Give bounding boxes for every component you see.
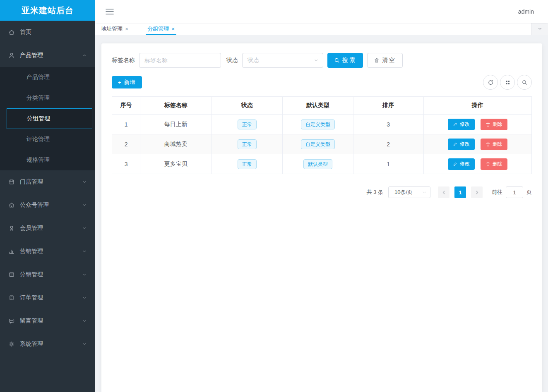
medal-icon <box>8 225 15 232</box>
chevron-down-icon <box>314 58 319 63</box>
sidebar-item-order-management[interactable]: 订单管理 <box>0 286 95 309</box>
sidebar-item-message-management[interactable]: 留言管理 <box>0 309 95 332</box>
sidebar-item-marketing-management[interactable]: 营销管理 <box>0 240 95 263</box>
chat-icon <box>8 318 15 324</box>
type-badge: 自定义类型 <box>301 120 335 129</box>
chevron-down-icon <box>422 190 427 195</box>
page-number-button[interactable]: 1 <box>454 186 466 198</box>
status-filter-select[interactable]: 状态 <box>242 53 323 68</box>
sidebar-item-system-management[interactable]: 系统管理 <box>0 332 95 356</box>
chevron-down-icon <box>82 295 87 300</box>
refresh-button[interactable] <box>483 75 498 90</box>
delete-button[interactable]: 删除 <box>481 119 507 130</box>
table-row: 3 更多宝贝 正常 默认类型 1 修改 删除 <box>112 154 532 174</box>
edit-button[interactable]: 修改 <box>448 119 475 130</box>
name-filter-label: 标签名称 <box>112 57 135 64</box>
tab-list-dropdown[interactable] <box>531 23 548 35</box>
gear-icon <box>8 341 15 347</box>
table-search-button[interactable] <box>517 75 532 90</box>
trash-icon <box>486 122 490 127</box>
header-name: 标签名称 <box>140 97 212 115</box>
chevron-down-icon <box>82 179 87 184</box>
tab-bar: 地址管理 × 分组管理 × <box>95 23 548 35</box>
total-count: 共 3 条 <box>367 189 383 196</box>
content-card: 标签名称 状态 状态 搜索 清空 <box>101 43 542 392</box>
header-status: 状态 <box>212 97 283 115</box>
add-button[interactable]: + 新增 <box>112 76 142 88</box>
clear-button[interactable]: 清空 <box>367 53 403 68</box>
table-row: 1 每日上新 正常 自定义类型 3 修改 删除 <box>112 115 532 134</box>
user-menu[interactable]: admin <box>518 8 534 15</box>
prev-page-button[interactable] <box>438 186 449 198</box>
sidebar-subitem-product[interactable]: 产品管理 <box>0 67 95 88</box>
chevron-down-icon <box>82 272 87 277</box>
filter-row: 标签名称 状态 状态 搜索 清空 <box>112 53 532 68</box>
tab-address-management[interactable]: 地址管理 × <box>95 23 134 35</box>
pagination: 共 3 条 10条/页 1 前往 页 <box>112 186 532 198</box>
close-icon[interactable]: × <box>171 26 175 32</box>
status-badge: 正常 <box>238 139 257 149</box>
app-logo: 亚米建站后台 <box>0 0 95 21</box>
trash-icon <box>374 57 380 63</box>
sidebar-item-member-management[interactable]: 会员管理 <box>0 217 95 240</box>
top-navbar: admin <box>95 0 548 23</box>
trash-icon <box>486 142 490 147</box>
close-icon[interactable]: × <box>125 26 128 32</box>
refresh-icon <box>488 79 494 86</box>
sidebar-item-store-management[interactable]: 门店管理 <box>0 170 95 194</box>
sidebar-subitem-category[interactable]: 分类管理 <box>0 88 95 108</box>
sidebar-subitem-group[interactable]: 分组管理 <box>7 108 92 129</box>
grid-icon <box>505 80 510 85</box>
document-icon <box>8 294 15 301</box>
delete-button[interactable]: 删除 <box>481 158 507 170</box>
table-row: 2 商城热卖 正常 自定义类型 2 修改 删除 <box>112 134 532 154</box>
column-settings-button[interactable] <box>500 75 515 90</box>
sidebar-item-home[interactable]: 首页 <box>0 21 95 44</box>
house-icon <box>8 202 15 208</box>
sidebar-item-label: 产品管理 <box>20 52 43 59</box>
delete-button[interactable]: 删除 <box>481 139 507 150</box>
next-page-button[interactable] <box>471 186 483 198</box>
tab-group-management[interactable]: 分组管理 × <box>142 23 180 35</box>
table-tools <box>483 75 532 90</box>
pencil-icon <box>453 162 458 167</box>
sidebar-item-official-account[interactable]: 公众号管理 <box>0 194 95 217</box>
search-icon <box>334 57 340 63</box>
board-icon <box>8 271 15 278</box>
name-filter-input[interactable] <box>139 53 221 68</box>
main-content: 标签名称 状态 状态 搜索 清空 <box>95 35 548 392</box>
hamburger-menu-icon[interactable] <box>103 6 117 17</box>
sidebar-subitem-spec[interactable]: 规格管理 <box>0 150 95 170</box>
header-actions: 操作 <box>423 97 531 115</box>
chevron-down-icon <box>82 203 87 208</box>
data-table: 序号 标签名称 状态 默认类型 排序 操作 1 每日上新 正常 自定义类型 3 <box>112 96 532 174</box>
table-header-row: 序号 标签名称 状态 默认类型 排序 操作 <box>112 97 532 115</box>
chevron-down-icon <box>82 342 87 347</box>
sidebar: 亚米建站后台 首页 产品管理 产品管理 分类管理 分组管理 评论管理 规格管理 <box>0 0 95 392</box>
type-badge: 自定义类型 <box>301 139 335 149</box>
pencil-icon <box>453 122 458 127</box>
pencil-icon <box>453 142 458 147</box>
goto-page-input[interactable] <box>506 186 523 198</box>
sidebar-item-label: 首页 <box>20 29 31 36</box>
sidebar-subitem-comment[interactable]: 评论管理 <box>0 129 95 150</box>
sidebar-item-product-management[interactable]: 产品管理 <box>0 44 95 67</box>
chevron-down-icon <box>82 226 87 231</box>
chevron-right-icon <box>475 190 479 195</box>
search-button[interactable]: 搜索 <box>327 53 363 68</box>
trash-icon <box>486 162 490 167</box>
store-icon <box>8 179 15 185</box>
status-filter-label: 状态 <box>226 57 238 64</box>
home-icon <box>8 29 15 36</box>
header-sort: 排序 <box>353 97 423 115</box>
page-size-select[interactable]: 10条/页 <box>388 186 430 198</box>
sidebar-item-distribution-management[interactable]: 分销管理 <box>0 263 95 286</box>
search-icon <box>522 79 528 86</box>
header-no: 序号 <box>112 97 140 115</box>
chevron-left-icon <box>442 190 446 195</box>
chevron-down-icon <box>82 318 87 323</box>
edit-button[interactable]: 修改 <box>448 158 475 170</box>
type-badge: 默认类型 <box>303 159 332 169</box>
header-type: 默认类型 <box>283 97 353 115</box>
edit-button[interactable]: 修改 <box>448 139 475 150</box>
